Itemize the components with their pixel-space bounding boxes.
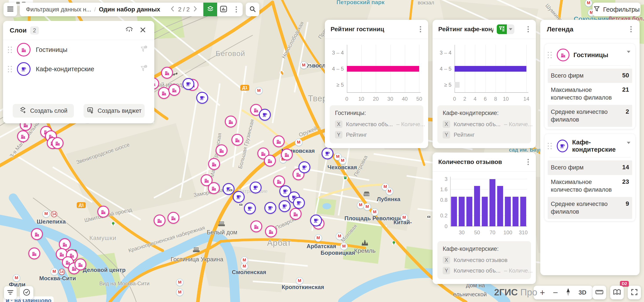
cafe-marker[interactable] [322,148,334,159]
cafe-marker[interactable] [233,191,245,203]
toolbar-kebab-button[interactable] [230,3,243,16]
shop-icon [343,175,348,181]
cafe-marker[interactable] [259,109,271,121]
collapse-caret-button[interactable] [627,53,630,57]
hotel-marker[interactable] [264,155,276,166]
drag-handle-icon[interactable] [548,143,552,149]
hotel-marker[interactable] [290,208,302,220]
layer-item[interactable]: Кафе-кондитерские ! [3,59,154,79]
legend-stat-label: Всего фирм [551,164,617,172]
cafe-marker[interactable] [223,183,234,195]
hotel-marker[interactable] [208,158,220,170]
aggregate-function-dropdown[interactable] [507,24,514,34]
chart-title: Количество отзывов [438,158,502,166]
bar-reviews-count-5[interactable] [490,179,496,226]
aggregate-function-button[interactable] [497,24,507,34]
hotel-marker[interactable] [17,130,29,142]
layers-toggle-button[interactable] [203,3,217,16]
zoom-out-button[interactable]: − [553,288,558,297]
bar-reviews-count-1[interactable] [459,197,465,226]
breadcrumb-root[interactable]: Фильтрация данных н... [26,6,91,13]
layer-item[interactable]: Гостиницы ! [3,40,154,59]
ruler-icon [596,290,603,296]
create-layer-button[interactable]: Создать слой [13,104,74,118]
page-next-button[interactable] [194,6,197,13]
cafe-marker[interactable] [264,202,276,214]
hotel-marker[interactable] [265,226,277,238]
menu-button[interactable] [4,3,17,16]
hotel-icon [17,43,30,56]
cafe-marker[interactable] [279,200,290,212]
create-widget-button[interactable]: Создать виджет [84,104,145,118]
hotel-marker[interactable] [97,206,109,218]
hotel-marker[interactable] [216,144,228,156]
bar-reviews-count-6[interactable] [497,186,503,226]
bar-reviews-count-3[interactable] [474,186,480,226]
hotel-marker[interactable] [31,228,43,240]
bar-reviews-count-2[interactable] [466,197,472,226]
cafe-marker[interactable] [310,214,322,226]
hotel-marker[interactable] [154,214,166,226]
geofilters-button[interactable]: Геофильтры [592,3,640,16]
cafe-marker[interactable] [182,78,194,90]
hotel-marker[interactable] [74,258,86,270]
drag-handle-icon[interactable] [548,52,552,58]
hotel-marker[interactable] [281,148,293,160]
legend-stat-row: Максимальное количество филиалов 21 [548,83,632,105]
chart-title: Рейтинг гостиниц [330,26,384,33]
chart-kebab-button[interactable] [526,24,530,35]
cafe-marker[interactable] [244,202,256,214]
hotel-marker[interactable] [168,212,179,224]
chart-kebab-button[interactable] [418,24,422,35]
bar-reviews-count-7[interactable] [505,197,511,226]
hotel-marker[interactable] [208,182,220,194]
cafe-marker[interactable] [196,92,208,104]
hotel-marker[interactable] [28,248,40,259]
zoom-in-button[interactable]: + [540,288,545,297]
cafe-marker[interactable] [298,161,310,173]
bar-reviews-count-4[interactable] [482,197,488,226]
layer-filter-icon[interactable]: ! [140,64,148,74]
bar-cafes-rating-2[interactable] [454,82,460,88]
cafe-marker[interactable] [293,197,305,209]
map-filter-button[interactable] [4,286,17,299]
fullscreen-button[interactable] [628,286,641,299]
collapse-caret-button[interactable] [627,144,630,148]
bar-reviews-count-0[interactable] [451,197,457,226]
hotel-marker[interactable] [52,137,64,149]
hotel-marker[interactable] [273,136,285,147]
bar-reviews-count-8[interactable] [512,197,518,226]
hotel-marker[interactable] [161,67,173,79]
filter-lines-icon [7,290,14,296]
camera-icon [426,214,432,220]
legend-kebab-button[interactable] [629,24,633,35]
bar-reviews-count-9[interactable] [520,197,526,226]
map-style-button[interactable] [610,286,624,299]
breadcrumb-separator: / [94,6,96,13]
drag-handle-icon[interactable] [8,46,12,53]
legend-stat-value: 23 [622,178,629,185]
hotel-marker[interactable] [250,220,262,232]
charts-button[interactable] [217,3,230,16]
hotel-marker[interactable] [158,87,170,99]
mode-3d-button[interactable]: 3D [578,289,586,296]
drag-handle-icon[interactable] [8,66,12,72]
cafe-marker[interactable] [250,182,262,194]
history-button[interactable] [20,286,34,299]
ruler-button[interactable] [592,286,606,299]
compass-button[interactable] [566,288,570,298]
hotel-marker[interactable] [225,116,237,128]
chart-footer-layer: Кафе-кондитерские: [443,246,526,252]
bar-cafes-rating-1[interactable] [454,66,526,72]
close-panel-button[interactable] [138,26,148,35]
bar-hotels-rating-1[interactable] [347,66,419,72]
hotel-marker[interactable] [168,84,180,96]
chart-kebab-button[interactable] [526,156,530,168]
metro-icon: М [339,157,346,164]
toggle-visibility-button[interactable] [124,26,134,35]
x-axis-chip: X [443,120,450,128]
page-prev-button[interactable] [170,6,174,13]
search-button[interactable] [246,3,259,16]
hotel-marker[interactable] [232,134,243,146]
layer-filter-icon[interactable]: ! [140,45,148,54]
